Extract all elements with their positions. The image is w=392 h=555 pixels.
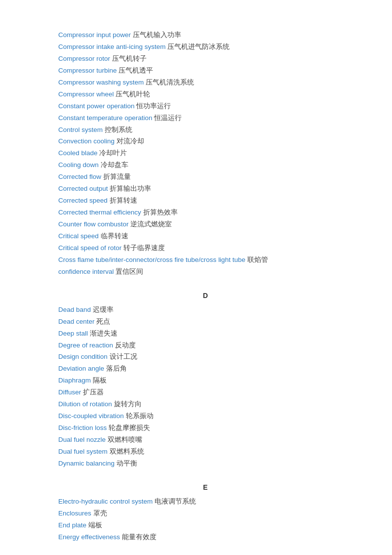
- list-item: Critical speed 临界转速: [58, 231, 353, 242]
- list-item: Corrected speed 折算转速: [58, 195, 353, 207]
- list-item: Dead center 死点: [58, 316, 353, 328]
- list-item: Compressor input power 压气机输入功率: [58, 30, 353, 41]
- entry-chinese: 端板: [88, 521, 102, 529]
- entry-chinese: 双燃料喷嘴: [108, 436, 142, 443]
- main-content: Compressor input power 压气机输入功率Compressor…: [58, 30, 353, 543]
- entry-chinese: 置信区间: [116, 268, 143, 275]
- entry-english: Constant temperature operation: [58, 114, 153, 122]
- entry-english: End plate: [58, 521, 86, 529]
- entry-english: Energy effectiveness: [58, 533, 120, 541]
- list-item: Constant temperature operation 恒温运行: [58, 113, 353, 124]
- entry-chinese: 落后角: [106, 365, 127, 372]
- entry-english: Disc-coupled vibration: [58, 412, 124, 420]
- list-item: Corrected flow 折算流量: [58, 171, 353, 183]
- list-item: Corrected output 折算输出功率: [58, 183, 353, 195]
- list-item: Energy effectiveness 能量有效度: [58, 532, 353, 543]
- entry-chinese: 恒温运行: [154, 114, 182, 122]
- entry-chinese: 能量有效度: [122, 533, 157, 541]
- entry-english: Compressor washing system: [58, 79, 144, 86]
- entry-chinese: 折算输出功率: [110, 185, 151, 192]
- list-item: Cooling down 冷却盘车: [58, 160, 353, 171]
- list-item: Enclosures 罩壳: [58, 508, 353, 519]
- list-item: Control system 控制系统: [58, 125, 353, 136]
- entry-english: Degree of reaction: [58, 342, 113, 349]
- entry-english: Control system: [58, 126, 103, 133]
- list-item: Cooled blade 冷却叶片: [58, 148, 353, 159]
- entry-chinese: 渐进失速: [90, 330, 118, 337]
- list-item: Dual fuel nozzle 双燃料喷嘴: [58, 434, 353, 446]
- entry-english: Cooling down: [58, 161, 99, 169]
- entry-english: Corrected thermal efficiency: [58, 209, 141, 216]
- entry-english: Cooled blade: [58, 149, 98, 157]
- entry-english: Counter flow combustor: [58, 220, 129, 228]
- entry-chinese: 压气机叶轮: [116, 90, 150, 98]
- entry-english: Dead center: [58, 318, 95, 325]
- entry-chinese: 对流冷却: [117, 137, 144, 145]
- entry-chinese: 折算转速: [110, 197, 137, 204]
- list-item: Critical speed of rotor 转子临界速度: [58, 243, 353, 254]
- list-item: Degree of reaction 反动度: [58, 340, 353, 351]
- list-item: Diffuser 扩压器: [58, 387, 353, 398]
- list-item: Design condition 设计工况: [58, 351, 353, 363]
- entry-english: Critical speed: [58, 232, 99, 240]
- entry-english: Electro-hydraulic control system: [58, 498, 153, 505]
- list-item: Disc-friction loss 轮盘摩擦损失: [58, 423, 353, 434]
- entry-english: Deviation angle: [58, 365, 104, 372]
- entry-english: Convection cooling: [58, 137, 115, 145]
- entry-english: Enclosures: [58, 510, 91, 517]
- entry-chinese: 设计工况: [110, 353, 137, 360]
- entry-english: Constant power operation: [58, 102, 135, 110]
- entry-english: Corrected speed: [58, 197, 108, 204]
- entry-chinese: 压气机清洗系统: [146, 79, 194, 86]
- entry-chinese: 逆流式燃烧室: [130, 220, 172, 228]
- list-item: Deep stall 渐进失速: [58, 328, 353, 340]
- entry-chinese: 压气机进气防冰系统: [167, 43, 230, 50]
- list-item: Counter flow combustor 逆流式燃烧室: [58, 219, 353, 230]
- entry-english: Dead band: [58, 306, 91, 313]
- entry-chinese: 控制系统: [105, 126, 132, 133]
- entry-english: Diaphragm: [58, 377, 91, 384]
- entry-chinese: 电液调节系统: [155, 498, 196, 505]
- entry-chinese: 迟缓率: [93, 306, 114, 313]
- entry-english: Corrected flow: [58, 173, 101, 180]
- list-item: confidence interval 置信区间: [58, 266, 353, 278]
- list-item: Compressor washing system 压气机清洗系统: [58, 77, 353, 88]
- entry-chinese: 轮系振动: [126, 412, 154, 420]
- list-item: Dead band 迟缓率: [58, 304, 353, 316]
- list-item: Constant power operation 恒功率运行: [58, 101, 353, 112]
- list-item: Corrected thermal efficiency 折算热效率: [58, 207, 353, 218]
- entry-chinese: 双燃料系统: [110, 448, 144, 455]
- entry-chinese: 隔板: [93, 377, 107, 384]
- list-item: End plate 端板: [58, 520, 353, 531]
- entry-english: Compressor wheel: [58, 90, 114, 98]
- entry-chinese: 转子临界速度: [123, 244, 165, 252]
- entry-english: Disc-friction loss: [58, 424, 107, 431]
- entry-chinese: 动平衡: [117, 460, 137, 467]
- entry-english: Deep stall: [58, 330, 88, 337]
- entry-chinese: 折算流量: [103, 173, 131, 180]
- entry-english: Dilution of rotation: [58, 400, 112, 408]
- entry-english: Compressor rotor: [58, 55, 110, 62]
- entry-english: Critical speed of rotor: [58, 244, 121, 252]
- entry-english: Diffuser: [58, 388, 81, 396]
- entry-chinese: 压气机透平: [118, 67, 153, 74]
- entry-chinese: 死点: [96, 318, 110, 325]
- section-header-e: E: [58, 483, 353, 491]
- entry-english: Compressor input power: [58, 31, 131, 39]
- entry-chinese: 恒功率运行: [136, 102, 171, 110]
- entry-chinese: 轮盘摩擦损失: [109, 424, 150, 431]
- entry-english: Compressor intake anti-icing system: [58, 43, 166, 50]
- list-item: Dilution of rotation 旋转方向: [58, 399, 353, 410]
- section-header-d: D: [58, 292, 353, 299]
- entry-english: Cross flame tube/inter-connector/cross f…: [58, 256, 245, 263]
- list-item: Dynamic balancing 动平衡: [58, 458, 353, 470]
- list-item: Convection cooling 对流冷却: [58, 136, 353, 147]
- entry-english: Design condition: [58, 353, 108, 360]
- list-item: Disc-coupled vibration 轮系振动: [58, 411, 353, 422]
- entry-english: Dual fuel nozzle: [58, 436, 106, 443]
- entry-chinese: 折算热效率: [143, 209, 178, 216]
- entry-chinese: 旋转方向: [114, 400, 142, 408]
- entry-chinese: 冷却盘车: [101, 161, 128, 169]
- entry-english: Dual fuel system: [58, 448, 108, 455]
- list-item: Cross flame tube/inter-connector/cross f…: [58, 255, 353, 266]
